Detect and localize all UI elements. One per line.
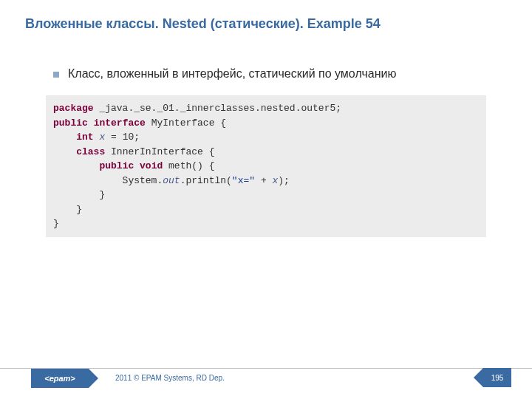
keyword-class: class bbox=[76, 146, 105, 157]
bullet-item: Класс, вложенный в интерфейс, статически… bbox=[0, 32, 532, 81]
keyword-interface: interface bbox=[94, 117, 146, 129]
epam-logo: <epam> bbox=[31, 369, 89, 388]
code-text: meth() { bbox=[163, 160, 214, 171]
code-text: + bbox=[255, 175, 272, 186]
code-text: } bbox=[53, 189, 105, 200]
keyword-public: public bbox=[99, 160, 134, 171]
keyword-int: int bbox=[76, 132, 93, 143]
bullet-marker bbox=[53, 72, 59, 78]
keyword-package: package bbox=[53, 103, 94, 114]
code-text: } bbox=[53, 204, 82, 215]
code-text: _java._se._01._innerclasses.nested.outer… bbox=[94, 103, 341, 114]
code-text: InnerInInterface { bbox=[105, 146, 214, 157]
code-text: } bbox=[53, 218, 59, 229]
copyright: 2011 © EPAM Systems, RD Dep. bbox=[115, 374, 225, 382]
code-text: ); bbox=[278, 175, 290, 186]
keyword-public: public bbox=[53, 117, 88, 129]
code-text: System. bbox=[53, 175, 163, 186]
keyword-void: void bbox=[140, 160, 163, 171]
footer: <epam> 2011 © EPAM Systems, RD Dep. 195 bbox=[0, 368, 532, 387]
field-out: out bbox=[163, 175, 180, 186]
slide-title: Вложенные классы. Nested (статические). … bbox=[0, 0, 532, 32]
bullet-text: Класс, вложенный в интерфейс, статически… bbox=[68, 67, 396, 81]
code-text: MyInterface { bbox=[146, 117, 226, 129]
code-text: .println( bbox=[180, 175, 232, 186]
code-text: = 10; bbox=[105, 132, 140, 143]
string-literal: "x=" bbox=[232, 175, 255, 186]
code-block: package _java._se._01._innerclasses.nest… bbox=[46, 95, 486, 237]
page-number: 195 bbox=[483, 368, 511, 387]
